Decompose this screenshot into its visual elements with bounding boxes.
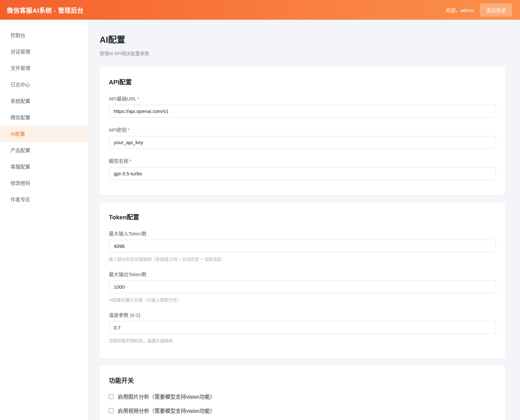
sidebar-item-conversations[interactable]: 对话管理 [0,44,88,60]
enable-image-analysis-row[interactable]: 启用图片分析（需要模型支持vision功能） [109,392,496,400]
enable-video-analysis-label: 启用视频分析（需要模型支持vision功能） [118,407,215,414]
max-input-tokens-label: 最大输入Token数 [109,230,496,237]
enable-image-analysis-label: 启用图片分析（需要模型支持vision功能） [118,392,215,400]
api-key-label: API密钥* [109,126,496,133]
api-key-field: API密钥* [109,126,496,149]
max-input-tokens-field: 最大输入Token数 输入部分的总长度限制（系统提示词 + 对话历史 + 当前消… [109,230,496,262]
sidebar-item-author-zone[interactable]: 作者专区 [0,191,88,208]
sidebar-item-dashboard[interactable]: 控制台 [0,27,88,44]
sidebar-item-service-config[interactable]: 客服配置 [0,159,88,175]
sidebar-item-files[interactable]: 文件管理 [0,60,88,77]
page-title: AI配置 [100,33,505,45]
max-input-tokens-input[interactable] [109,240,496,253]
feature-switches-card: 功能开关 启用图片分析（需要模型支持vision功能） 启用视频分析（需要模型支… [100,366,505,420]
max-input-tokens-help: 输入部分的总长度限制（系统提示词 + 对话历史 + 当前消息） [109,256,496,262]
token-config-card-title: Token配置 [109,212,496,221]
sidebar-item-system-config[interactable]: 系统配置 [0,93,88,109]
api-config-card: API配置 API基础URL* API密钥* 模型名称* [100,67,505,195]
enable-image-analysis-checkbox[interactable] [109,394,114,399]
sidebar-item-ai-config[interactable]: AI配置 [0,126,88,142]
temperature-input[interactable] [109,321,496,334]
model-name-label: 模型名称* [109,157,496,164]
welcome-text: 欢迎，admin [446,7,474,13]
enable-video-analysis-row[interactable]: 启用视频分析（需要模型支持vision功能） [109,407,496,414]
enable-video-analysis-checkbox[interactable] [109,408,114,413]
model-name-input[interactable] [109,167,496,180]
api-key-input[interactable] [109,136,496,149]
api-base-url-label-text: API基础URL [109,96,136,101]
api-config-card-title: API配置 [109,77,496,86]
main-content: AI配置 管理AI API相关配置参数 API配置 API基础URL* API密… [89,20,520,420]
api-key-label-text: API密钥 [109,127,127,133]
logout-button[interactable]: 退出登录 [480,3,512,17]
sidebar: 控制台 对话管理 文件管理 日志中心 系统配置 微信配置 AI配置 产品配置 客… [0,20,89,420]
temperature-help: 控制回复的随机性，值越大越随机 [109,337,496,343]
layout: 控制台 对话管理 文件管理 日志中心 系统配置 微信配置 AI配置 产品配置 客… [0,20,520,420]
max-output-tokens-input[interactable] [109,280,496,293]
temperature-label: 温度参数 (0-2) [109,311,496,318]
sidebar-item-logs[interactable]: 日志中心 [0,77,88,93]
sidebar-item-wechat-config[interactable]: 微信配置 [0,109,88,126]
sidebar-item-product-config[interactable]: 产品配置 [0,142,88,159]
required-asterisk: * [130,158,131,164]
app-header: 微信客服AI系统 - 管理后台 欢迎，admin 退出登录 [0,0,520,20]
max-output-tokens-field: 最大输出Token数 AI回复的最大长度（与输入限制分开） [109,271,496,303]
api-base-url-input[interactable] [109,105,496,118]
required-asterisk: * [137,96,139,101]
temperature-field: 温度参数 (0-2) 控制回复的随机性，值越大越随机 [109,311,496,343]
header-right: 欢迎，admin 退出登录 [446,3,512,17]
api-base-url-field: API基础URL* [109,95,496,118]
max-output-tokens-help: AI回复的最大长度（与输入限制分开） [109,297,496,303]
model-name-field: 模型名称* [109,157,496,180]
model-name-label-text: 模型名称 [109,158,129,164]
page-subtitle: 管理AI API相关配置参数 [100,50,505,56]
token-config-card: Token配置 最大输入Token数 输入部分的总长度限制（系统提示词 + 对话… [100,202,505,359]
feature-switches-card-title: 功能开关 [109,376,496,385]
required-asterisk: * [128,127,130,133]
app-title: 微信客服AI系统 - 管理后台 [7,6,83,14]
api-base-url-label: API基础URL* [109,95,496,102]
sidebar-item-change-password[interactable]: 修改密码 [0,175,88,191]
max-output-tokens-label: 最大输出Token数 [109,271,496,277]
